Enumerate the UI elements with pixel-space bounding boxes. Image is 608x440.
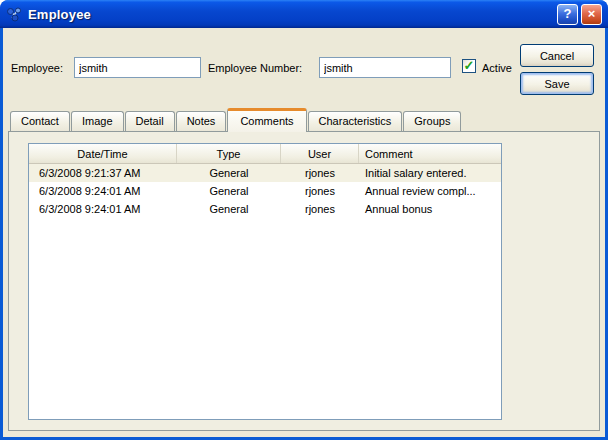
close-button[interactable]: × [581,4,602,25]
employee-input[interactable] [74,57,201,78]
tab-contact[interactable]: Contact [10,111,70,131]
help-button[interactable]: ? [557,4,578,25]
dialog-body: Employee: Employee Number: ✓ Active Canc… [3,28,605,437]
table-row[interactable]: 6/3/2008 9:21:37 AM General rjones Initi… [29,164,501,182]
help-icon: ? [564,6,572,21]
cell-datetime: 6/3/2008 9:21:37 AM [29,167,177,179]
cell-datetime: 6/3/2008 9:24:01 AM [29,185,177,197]
check-icon: ✓ [464,61,475,71]
column-header-type[interactable]: Type [177,144,281,163]
table-row[interactable]: 6/3/2008 9:24:01 AM General rjones Annua… [29,200,501,218]
column-header-datetime[interactable]: Date/Time [29,144,177,163]
tab-comments[interactable]: Comments [227,108,306,132]
column-header-comment[interactable]: Comment [359,144,501,163]
cell-user: rjones [281,203,359,215]
close-icon: × [588,6,596,21]
table-header: Date/Time Type User Comment [29,144,501,164]
titlebar[interactable]: Employee ? × [0,0,608,28]
cell-comment: Annual review compl... [359,185,501,197]
tab-strip: Contact Image Detail Notes Comments Char… [10,108,462,131]
cell-type: General [177,203,281,215]
cell-user: rjones [281,185,359,197]
tab-groups[interactable]: Groups [403,111,461,131]
active-checkbox[interactable]: ✓ [462,59,476,73]
cell-comment: Annual bonus [359,203,501,215]
active-label: Active [482,62,512,74]
tab-detail[interactable]: Detail [125,111,175,131]
cell-user: rjones [281,167,359,179]
cell-comment: Initial salary entered. [359,167,501,179]
table-row[interactable]: 6/3/2008 9:24:01 AM General rjones Annua… [29,182,501,200]
column-header-user[interactable]: User [281,144,359,163]
save-button[interactable]: Save [520,72,594,95]
comments-table: Date/Time Type User Comment 6/3/2008 9:2… [28,143,502,420]
employee-label: Employee: [11,62,63,74]
app-icon [6,6,23,23]
cancel-button[interactable]: Cancel [520,44,594,67]
cell-type: General [177,185,281,197]
cell-type: General [177,167,281,179]
tab-notes[interactable]: Notes [176,111,227,131]
employee-number-input[interactable] [319,57,451,78]
employee-number-label: Employee Number: [208,62,302,74]
window-title: Employee [28,7,554,22]
employee-dialog: Employee ? × Employee: Employee Number: … [0,0,608,440]
cell-datetime: 6/3/2008 9:24:01 AM [29,203,177,215]
tab-image[interactable]: Image [71,111,124,131]
tab-characteristics[interactable]: Characteristics [308,111,403,131]
